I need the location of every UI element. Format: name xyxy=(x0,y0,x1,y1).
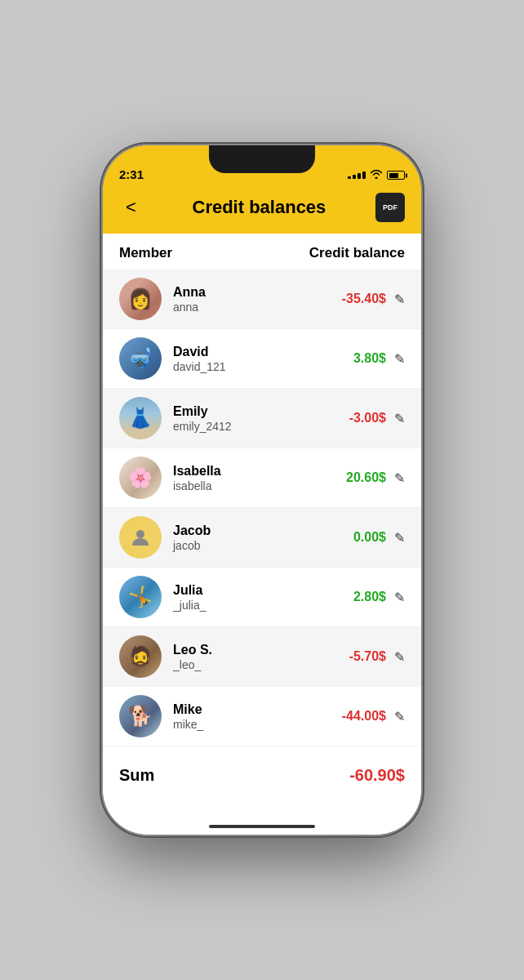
member-username: _julia_ xyxy=(173,599,337,612)
home-indicator xyxy=(209,825,315,828)
balance-value: 20.60$ xyxy=(337,470,386,485)
sum-label: Sum xyxy=(119,766,154,785)
pdf-icon: PDF xyxy=(383,204,397,212)
balance-value: -44.00$ xyxy=(337,709,386,724)
edit-icon[interactable]: ✎ xyxy=(394,709,405,724)
page-title: Credit balances xyxy=(193,197,326,218)
avatar: 🧔 xyxy=(119,635,162,678)
balance-area: -35.40$ ✎ xyxy=(337,292,405,307)
member-name: Julia xyxy=(173,583,337,598)
member-name: Jacob xyxy=(173,523,337,538)
phone-screen: 2:31 xyxy=(103,145,421,835)
member-info: Leo S. _leo_ xyxy=(173,643,337,671)
member-name: Anna xyxy=(173,285,337,300)
sum-value: -60.90$ xyxy=(349,766,405,785)
member-username: anna xyxy=(173,301,337,314)
avatar: 🤸 xyxy=(119,576,162,618)
members-list: 👩 Anna anna -35.40$ ✎ 🤿 David d xyxy=(103,270,421,746)
edit-icon[interactable]: ✎ xyxy=(394,530,405,546)
sum-row: Sum -60.90$ xyxy=(103,750,421,801)
battery-icon xyxy=(387,171,405,180)
member-info: Mike mike_ xyxy=(173,702,337,731)
edit-icon[interactable]: ✎ xyxy=(394,590,405,605)
member-row: 🤿 David david_121 3.80$ ✎ xyxy=(103,329,421,389)
edit-icon[interactable]: ✎ xyxy=(394,351,405,367)
member-username: emily_2412 xyxy=(173,420,337,433)
edit-icon[interactable]: ✎ xyxy=(394,411,405,426)
balance-area: 20.60$ ✎ xyxy=(337,470,405,486)
status-icons xyxy=(348,169,405,181)
member-username: jacob xyxy=(173,539,337,552)
wifi-icon xyxy=(370,169,383,181)
balance-value: -35.40$ xyxy=(337,292,386,306)
member-row: 🤸 Julia _julia_ 2.80$ ✎ xyxy=(103,568,421,627)
member-username: david_121 xyxy=(173,360,337,373)
member-name: Mike xyxy=(173,702,337,717)
member-info: Jacob jacob xyxy=(173,523,337,552)
avatar: 🤿 xyxy=(119,337,162,380)
member-row: Jacob jacob 0.00$ ✎ xyxy=(103,508,421,568)
balance-value: -3.00$ xyxy=(337,411,386,425)
balance-area: 0.00$ ✎ xyxy=(337,530,405,546)
member-username: _leo_ xyxy=(173,658,337,671)
member-name: Isabella xyxy=(173,464,337,479)
svg-point-0 xyxy=(136,530,144,538)
member-info: Isabella isabella xyxy=(173,464,337,492)
member-username: isabella xyxy=(173,479,337,492)
avatar xyxy=(119,516,162,559)
avatar: 🌸 xyxy=(119,457,162,499)
member-name: David xyxy=(173,345,337,359)
status-time: 2:31 xyxy=(119,167,144,181)
signal-icon xyxy=(348,172,366,179)
member-info: Anna anna xyxy=(173,285,337,314)
balance-area: 2.80$ ✎ xyxy=(337,590,405,605)
balance-area: -44.00$ ✎ xyxy=(337,709,405,724)
member-column-header: Member xyxy=(119,245,172,261)
member-row: 👗 Emily emily_2412 -3.00$ ✎ xyxy=(103,389,421,448)
member-info: Julia _julia_ xyxy=(173,583,337,612)
balance-column-header: Credit balance xyxy=(309,245,405,261)
edit-icon[interactable]: ✎ xyxy=(394,470,405,486)
balance-value: 0.00$ xyxy=(337,530,386,545)
member-name: Leo S. xyxy=(173,643,337,657)
avatar: 👗 xyxy=(119,397,162,439)
app-header: < Credit balances PDF xyxy=(103,186,421,234)
balance-area: -3.00$ ✎ xyxy=(337,411,405,426)
balance-area: -5.70$ ✎ xyxy=(337,649,405,665)
balance-area: 3.80$ ✎ xyxy=(337,351,405,367)
back-button[interactable]: < xyxy=(119,194,143,221)
phone-frame: 2:31 xyxy=(103,145,421,835)
member-username: mike_ xyxy=(173,718,337,731)
member-info: Emily emily_2412 xyxy=(173,404,337,433)
member-row: 🐕 Mike mike_ -44.00$ ✎ xyxy=(103,687,421,746)
member-row: 🧔 Leo S. _leo_ -5.70$ ✎ xyxy=(103,627,421,687)
edit-icon[interactable]: ✎ xyxy=(394,292,405,307)
avatar: 👩 xyxy=(119,278,162,320)
balance-value: 3.80$ xyxy=(337,351,386,366)
main-content: Member Credit balance 👩 Anna anna -35.40… xyxy=(103,234,421,835)
member-row: 🌸 Isabella isabella 20.60$ ✎ xyxy=(103,448,421,508)
notch xyxy=(209,145,315,173)
member-info: David david_121 xyxy=(173,345,337,373)
balance-value: 2.80$ xyxy=(337,590,386,604)
member-name: Emily xyxy=(173,404,337,419)
table-header: Member Credit balance xyxy=(103,234,421,270)
member-row: 👩 Anna anna -35.40$ ✎ xyxy=(103,270,421,329)
balance-value: -5.70$ xyxy=(337,649,386,664)
avatar: 🐕 xyxy=(119,695,162,737)
pdf-button[interactable]: PDF xyxy=(375,193,405,222)
edit-icon[interactable]: ✎ xyxy=(394,649,405,665)
